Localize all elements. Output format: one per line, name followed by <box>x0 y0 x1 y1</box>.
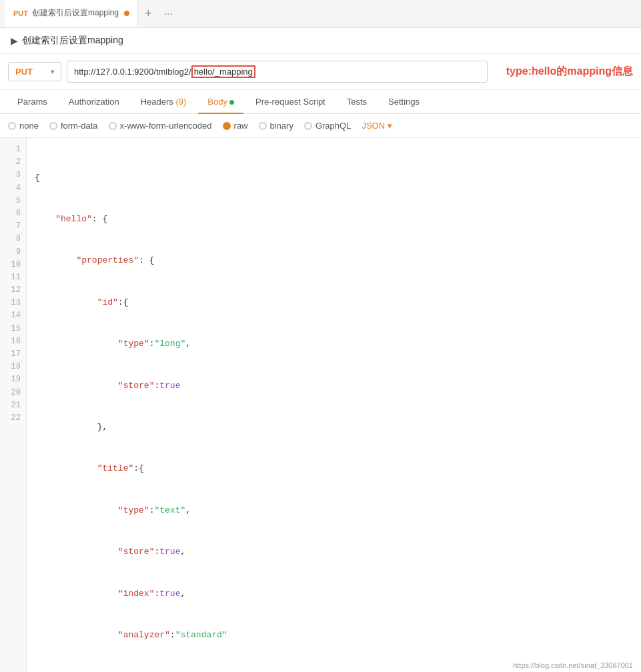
option-binary[interactable]: binary <box>259 121 293 131</box>
radio-formdata-icon <box>49 122 57 130</box>
tab-method: PUT <box>13 9 28 17</box>
tab-bar: PUT 创建索引后设置mapping + ··· <box>0 0 641 28</box>
request-line: PUT ▾ http://127.0.0.1:9200/tmlblog2/hel… <box>0 54 641 90</box>
footer-url: https://blog.csdn.net/sinat_33087001 <box>513 661 633 669</box>
body-options: none form-data x-www-form-urlencoded raw… <box>0 114 641 138</box>
code-content[interactable]: { "hello": { "properties": { "id":{ "typ… <box>27 138 641 672</box>
option-form-data[interactable]: form-data <box>49 121 98 131</box>
tab-prerequest[interactable]: Pre-request Script <box>246 90 335 113</box>
code-line-11: "index":true, <box>35 587 633 601</box>
line-numbers: 12345 678910 1112131415 1617181920 2122 <box>0 138 27 672</box>
body-dot-icon <box>229 100 234 105</box>
code-line-6: "store":true <box>35 379 633 393</box>
radio-binary-icon <box>259 122 267 130</box>
url-display[interactable]: http://127.0.0.1:9200/tmlblog2/hello/_ma… <box>67 61 488 83</box>
tab-tests[interactable]: Tests <box>338 90 376 113</box>
nav-tabs: Params Authorization Headers (9) Body Pr… <box>0 90 641 114</box>
option-x-www-form-urlencoded[interactable]: x-www-form-urlencoded <box>109 121 212 131</box>
code-line-9: "type":"text", <box>35 504 633 518</box>
tab-authorization[interactable]: Authorization <box>59 90 129 113</box>
tab-title: 创建索引后设置mapping <box>32 7 119 19</box>
footer: https://blog.csdn.net/sinat_33087001 <box>505 659 641 672</box>
url-highlight: hello/_mapping <box>191 65 255 78</box>
tab-body[interactable]: Body <box>198 90 243 113</box>
method-select[interactable]: PUT ▾ <box>8 62 61 81</box>
code-line-4: "id":{ <box>35 296 633 310</box>
json-format-label: JSON <box>362 121 385 131</box>
option-raw[interactable]: raw <box>223 121 248 131</box>
option-graphql[interactable]: GraphQL <box>304 121 351 131</box>
radio-raw-icon <box>223 122 231 130</box>
code-line-10: "store":true, <box>35 545 633 559</box>
main-tab[interactable]: PUT 创建索引后设置mapping <box>5 0 138 27</box>
code-line-8: "title":{ <box>35 462 633 476</box>
annotation-text: type:hello的mapping信息 <box>506 65 633 79</box>
code-line-3: "properties": { <box>35 254 633 268</box>
add-tab-button[interactable]: + <box>138 7 159 21</box>
tab-params[interactable]: Params <box>8 90 57 113</box>
json-format-select[interactable]: JSON ▾ <box>362 121 392 131</box>
breadcrumb-label: 创建索引后设置mapping <box>22 35 123 47</box>
tab-dot <box>124 11 129 16</box>
option-none[interactable]: none <box>8 121 39 131</box>
code-line-2: "hello": { <box>35 213 633 227</box>
code-line-5: "type":"long", <box>35 337 633 351</box>
tab-settings[interactable]: Settings <box>379 90 429 113</box>
radio-graphql-icon <box>304 122 312 130</box>
breadcrumb-arrow: ▶ <box>11 35 18 46</box>
method-arrow-icon: ▾ <box>51 68 54 75</box>
radio-none-icon <box>8 122 16 130</box>
code-editor[interactable]: 12345 678910 1112131415 1617181920 2122 … <box>0 138 641 672</box>
code-line-12: "analyzer":"standard" <box>35 629 633 643</box>
url-prefix: http://127.0.0.1:9200/tmlblog2/ <box>74 67 191 77</box>
json-dropdown-arrow-icon: ▾ <box>388 121 392 131</box>
method-value: PUT <box>15 67 33 77</box>
radio-urlencoded-icon <box>109 122 117 130</box>
tab-headers[interactable]: Headers (9) <box>131 90 196 113</box>
more-tabs-button[interactable]: ··· <box>159 8 178 20</box>
code-line-1: { <box>35 171 633 185</box>
code-line-7: }, <box>35 421 633 435</box>
breadcrumb: ▶ 创建索引后设置mapping <box>0 28 641 54</box>
